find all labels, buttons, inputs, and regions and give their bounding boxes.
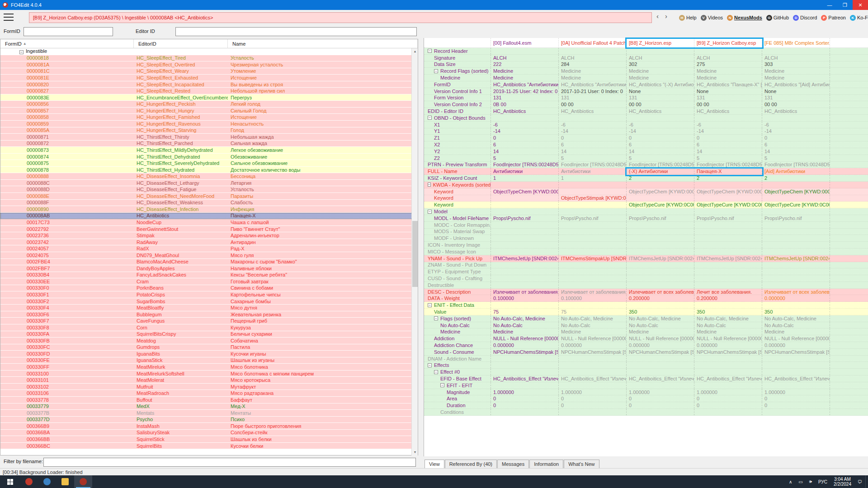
plugin-column-header[interactable]: [B9] Z_Horizon Catboy.esp — [694, 38, 762, 48]
steam-taskbar-button[interactable] — [38, 475, 56, 488]
field-row[interactable]: MICO - Message Icon — [424, 249, 868, 255]
nav-forward-button[interactable]: › — [665, 12, 667, 20]
table-row[interactable]: 000330FFMeatMirelurkМясо болотника — [0, 364, 418, 371]
field-row[interactable]: −Flags (sorted)No Auto-Calc, MedicineNo … — [424, 315, 868, 322]
field-row[interactable]: Y1-14-14-14-14-14 — [424, 128, 868, 135]
table-row[interactable]: 000330FDIguanaBitsКусочки игуаны — [0, 351, 418, 357]
table-row[interactable]: 000330FEIguanaStickШашлык из игуаны — [0, 357, 418, 364]
field-row[interactable]: MedicineMedicineMedicineMedicineMedicine… — [424, 328, 868, 335]
plugin-column-header[interactable]: [00] Fallout4.esm — [491, 38, 559, 48]
field-row[interactable]: Data Size222284302275303 — [424, 61, 868, 68]
field-row[interactable]: −Effect #0 — [424, 369, 868, 375]
close-button[interactable]: ✕ — [853, 0, 868, 10]
link-discord[interactable]: DDiscord — [793, 15, 817, 21]
table-row[interactable]: 00000878HC_ThirstEffect_HydratedДостаточ… — [0, 167, 418, 174]
table-row[interactable]: 00000874HC_ThirstEffect_DehydratedОбезво… — [0, 154, 418, 160]
table-row[interactable]: 0003377DPsychoПсихо — [0, 417, 418, 423]
field-row[interactable]: Version Control Info 12019-11-25 User: 4… — [424, 88, 868, 95]
field-row[interactable]: Value7575350350350 — [424, 309, 868, 315]
collapse-icon[interactable]: − — [434, 370, 438, 374]
field-row[interactable]: −ENIT - Effect Data — [424, 302, 868, 309]
editorid-input[interactable] — [175, 27, 417, 36]
field-row[interactable]: X266666 — [424, 141, 868, 148]
field-row[interactable]: FULL - NameАнтибиотикиАнтибиотики(-X) Ан… — [424, 168, 868, 175]
collapse-icon[interactable]: − — [440, 383, 444, 387]
nav-back-button[interactable]: ‹ — [656, 12, 659, 20]
table-row[interactable]: 0002FBF7DandyBoyApplesНаливные яблоки — [0, 265, 418, 272]
table-row[interactable]: 0000081CHC_SleepEffect_WearyУтомление — [0, 68, 418, 75]
field-row[interactable]: MODF - Unknown — [424, 235, 868, 242]
field-row[interactable]: ETYP - Equipment Type — [424, 268, 868, 275]
tree-scrollbar[interactable]: ▲ ▼ — [411, 48, 418, 455]
table-row[interactable]: 00000871HC_ThirstEffect_ThirstyНебольшая… — [0, 134, 418, 141]
table-row[interactable]: 000330B4FancyLadSnackCakesКексы "Веселые… — [0, 272, 418, 279]
field-row[interactable]: SignatureALCHALCHALCHALCHALCH — [424, 55, 868, 61]
field-row[interactable]: Z255555 — [424, 155, 868, 162]
tablet-icon[interactable]: ▭ — [795, 475, 806, 488]
collapse-icon[interactable]: − — [434, 69, 438, 73]
field-row[interactable]: X1-6-6-6-6-6 — [424, 122, 868, 128]
table-row[interactable]: 00023736StimpakАдреналин-инъектор — [0, 232, 418, 239]
field-row[interactable]: EDID - Editor IDHC_AntibioticsHC_Antibio… — [424, 108, 868, 115]
field-row[interactable]: MODC - Color Remappin... — [424, 222, 868, 229]
field-row[interactable]: Z100000 — [424, 135, 868, 141]
table-row[interactable]: 00000875HC_ThirstEffect_SeverelyDehydrat… — [0, 160, 418, 167]
table-row[interactable]: 000366BCSquirrelBitsКусочки белки — [0, 443, 418, 450]
field-row[interactable]: MODL - Model FileNameProps\Pyscho.nifPro… — [424, 215, 868, 222]
field-row[interactable]: PTRN - Preview TransformFoodInjector [TR… — [424, 162, 868, 169]
table-row[interactable]: 0000083EHC_EncumbranceEffect_OverEncumbe… — [0, 94, 418, 101]
table-row[interactable]: 000330F1PotatoCrispsКартофельные чипсы — [0, 291, 418, 298]
table-row[interactable]: 000330FCGumdropsПастила — [0, 344, 418, 351]
breadcrumb[interactable]: [B9] Z_Horizon Catboy.esp (D03A5375) \ I… — [29, 12, 652, 23]
table-row[interactable]: 00024057RadXРад-X — [0, 245, 418, 252]
fo4edit-launcher-taskbar-button[interactable] — [20, 475, 38, 488]
field-row[interactable]: KeywordObjectTypeChem [KYWD:000F4A...Obj… — [424, 188, 868, 195]
field-row[interactable]: −KWDA - Keywords (sorted) — [424, 182, 868, 188]
collapse-icon[interactable]: − — [434, 316, 438, 320]
field-row[interactable]: ZNAM - Sound - Put Down — [424, 262, 868, 269]
field-row[interactable]: Y21414141414 — [424, 148, 868, 155]
table-row[interactable]: 00000820HC_SleepEffect_IncapacitatedВы в… — [0, 81, 418, 88]
table-row[interactable]: 000330FBMeatdogСобачатина — [0, 338, 418, 344]
collapse-icon[interactable]: − — [428, 303, 432, 307]
table-row[interactable]: 00023742RadAwayАнтирадин — [0, 239, 418, 246]
field-row[interactable]: ICON - Inventory Image — [424, 242, 868, 249]
link-help[interactable]: HHelp — [679, 15, 697, 21]
table-row[interactable]: 0000088DHC_DiseaseEffect_FatigueУсталост… — [0, 186, 418, 193]
collapse-icon[interactable]: − — [428, 210, 432, 214]
table-row[interactable]: 0000085AHC_HungerEffect_StarvingГолод — [0, 127, 418, 134]
field-row[interactable]: −Model — [424, 208, 868, 215]
field-row[interactable]: Form Version131131131131131 — [424, 95, 868, 102]
field-row[interactable]: −EFIT - EFIT — [424, 382, 868, 389]
table-row[interactable]: 000330F2SugarBombsСахарные бомбы — [0, 298, 418, 305]
file-explorer-taskbar-button[interactable] — [56, 475, 74, 488]
field-row[interactable]: MedicineMedicineMedicineMedicineMedicine… — [424, 75, 868, 81]
field-row[interactable]: −Record Header — [424, 48, 868, 55]
field-row[interactable]: Area00000 — [424, 395, 868, 402]
hidden-icons-chevron[interactable]: ∧ — [786, 475, 795, 488]
table-row[interactable]: 000330EECramГотовый завтрак — [0, 278, 418, 285]
field-row[interactable]: Magnitude1.0000001.0000001.0000001.00000… — [424, 389, 868, 396]
table-row[interactable]: 0002FBE4BlamcoMacAndCheeseМакароны с сыр… — [0, 259, 418, 266]
field-row[interactable]: DATA - Weight0.1000000.1000000.2000000.2… — [424, 295, 868, 302]
table-row[interactable]: 000366BASalisburySteakСолсбери-стейк — [0, 430, 418, 436]
field-row[interactable]: Duration00000 — [424, 402, 868, 409]
table-row[interactable]: 00033102MutfruitМутафрукт — [0, 384, 418, 390]
table-row[interactable]: 00000858HC_HungerEffect_FamishedИстощени… — [0, 114, 418, 121]
field-row[interactable]: KSIZ - Keyword Count11222 — [424, 175, 868, 182]
table-row[interactable]: 00033101MeatMoleratМясо кротокрыса — [0, 377, 418, 384]
collapse-icon[interactable]: − — [428, 183, 431, 187]
table-row[interactable]: 000330F6BubblegumЖевательная резинка — [0, 311, 418, 318]
tab-messages[interactable]: Messages — [497, 460, 529, 468]
table-row[interactable]: 00000890HC_DiseaseEffect_InfectionИнфекц… — [0, 206, 418, 213]
plugin-column-header[interactable]: [0A] Unofficial Fallout 4 Patch.esp — [559, 38, 627, 48]
field-row[interactable]: CUSD - Sound - Crafting — [424, 275, 868, 282]
table-row[interactable]: 000366B9InstaMashПюре быстрого приготовл… — [0, 423, 418, 430]
field-row[interactable]: KeywordObjectTypeCure [KYWD:0C002C...Obj… — [424, 202, 868, 208]
column-header-name[interactable]: Name — [228, 39, 418, 48]
fo4edit-taskbar-button[interactable] — [74, 475, 92, 488]
field-row[interactable]: No Auto-CalcNo Auto-CalcNo Auto-CalcNo A… — [424, 322, 868, 329]
field-row[interactable]: Destructible — [424, 282, 868, 289]
table-row[interactable]: 00000872HC_ThirstEffect_ParchedСильная ж… — [0, 141, 418, 147]
field-row[interactable]: EFID - Base EffectHC_Antiboitics_Effect … — [424, 375, 868, 382]
